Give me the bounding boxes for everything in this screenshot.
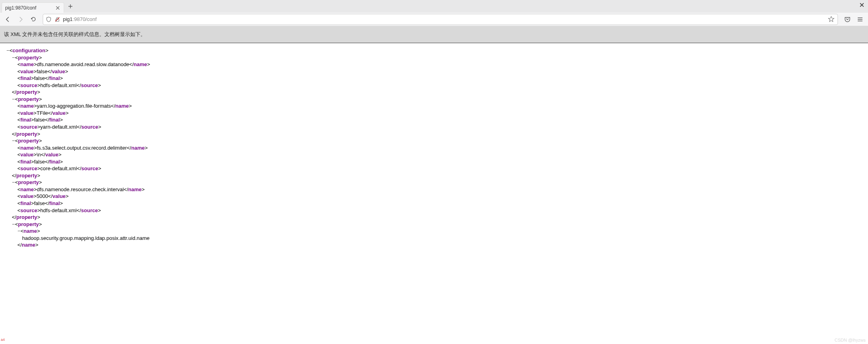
close-tab-icon[interactable]: [55, 5, 61, 11]
xml-source-element: <source>yarn-default.xml</source>: [2, 124, 866, 131]
back-button[interactable]: [2, 14, 13, 25]
xml-property-close: </property>: [2, 131, 866, 138]
xml-property-open[interactable]: −<property>: [2, 137, 866, 144]
shield-icon: [45, 16, 52, 23]
xml-final-element: <final>false</final>: [2, 200, 866, 207]
xml-configuration-open[interactable]: −<configuration>: [2, 47, 866, 54]
xml-name-open[interactable]: −<name>: [2, 228, 866, 235]
tab-bar: pig1:9870/conf: [0, 0, 868, 13]
xml-name-element: <name>dfs.namenode.avoid.read.slow.datan…: [2, 61, 866, 68]
toolbar: pig1:9870/conf: [0, 13, 868, 26]
lock-insecure-icon: [54, 16, 61, 23]
url-text: pig1:9870/conf: [63, 16, 826, 22]
collapse-twisty-icon[interactable]: −: [12, 179, 15, 186]
pocket-icon[interactable]: [842, 14, 853, 25]
xml-value-element: <value>5000</value>: [2, 193, 866, 200]
xml-name-close: </name>: [2, 241, 866, 249]
hamburger-menu-icon[interactable]: [855, 14, 866, 25]
xml-property-open[interactable]: −<property>: [2, 96, 866, 103]
xml-tree: −<configuration>−<property><name>dfs.nam…: [0, 43, 868, 253]
xml-final-element: <final>false</final>: [2, 75, 866, 82]
collapse-twisty-icon[interactable]: −: [6, 47, 9, 54]
xml-value-element: <value>TFile</value>: [2, 110, 866, 117]
url-path: :9870/conf: [73, 16, 97, 22]
xml-property-close: </property>: [2, 89, 866, 96]
collapse-twisty-icon[interactable]: −: [12, 96, 15, 103]
new-tab-button[interactable]: [65, 1, 76, 12]
xml-name-element: <name>yarn.log-aggregation.file-formats<…: [2, 103, 866, 110]
reload-button[interactable]: [28, 14, 39, 25]
xml-property-open[interactable]: −<property>: [2, 179, 866, 186]
xml-property-open[interactable]: −<property>: [2, 221, 866, 228]
window-close-icon[interactable]: [858, 1, 866, 9]
xml-property-close: </property>: [2, 214, 866, 221]
content-area[interactable]: 该 XML 文件并未包含任何关联的样式信息。文档树显示如下。 −<configu…: [0, 26, 868, 344]
xml-name-text: hadoop.security.group.mapping.ldap.posix…: [2, 235, 866, 242]
url-bar[interactable]: pig1:9870/conf: [43, 14, 838, 25]
xml-property-close: </property>: [2, 172, 866, 179]
xml-source-element: <source>core-default.xml</source>: [2, 165, 866, 172]
collapse-twisty-icon[interactable]: −: [12, 221, 15, 228]
collapse-twisty-icon[interactable]: −: [12, 137, 15, 144]
xml-name-element: <name>dfs.namenode.resource.check.interv…: [2, 186, 866, 193]
xml-style-warning-banner: 该 XML 文件并未包含任何关联的样式信息。文档树显示如下。: [0, 26, 868, 43]
browser-tab[interactable]: pig1:9870/conf: [2, 2, 64, 13]
watermark: CSDN @lhyzws: [835, 338, 866, 342]
xml-property-open[interactable]: −<property>: [2, 54, 866, 61]
xml-source-element: <source>hdfs-default.xml</source>: [2, 82, 866, 89]
banner-text: 该 XML 文件并未包含任何关联的样式信息。文档树显示如下。: [4, 31, 146, 37]
forward-button[interactable]: [15, 14, 26, 25]
collapse-twisty-icon[interactable]: −: [12, 54, 15, 61]
xml-value-element: <value>false</value>: [2, 68, 866, 75]
xml-name-element: <name>fs.s3a.select.output.csv.record.de…: [2, 144, 866, 152]
xml-value-element: <value>\n</value>: [2, 151, 866, 158]
url-host: pig1: [63, 16, 73, 22]
red-marker: a4: [1, 338, 5, 342]
xml-source-element: <source>hdfs-default.xml</source>: [2, 207, 866, 214]
collapse-twisty-icon[interactable]: −: [17, 228, 21, 235]
xml-final-element: <final>false</final>: [2, 158, 866, 165]
bookmark-star-icon[interactable]: [828, 16, 835, 23]
tab-title: pig1:9870/conf: [5, 5, 53, 11]
xml-final-element: <final>false</final>: [2, 116, 866, 124]
